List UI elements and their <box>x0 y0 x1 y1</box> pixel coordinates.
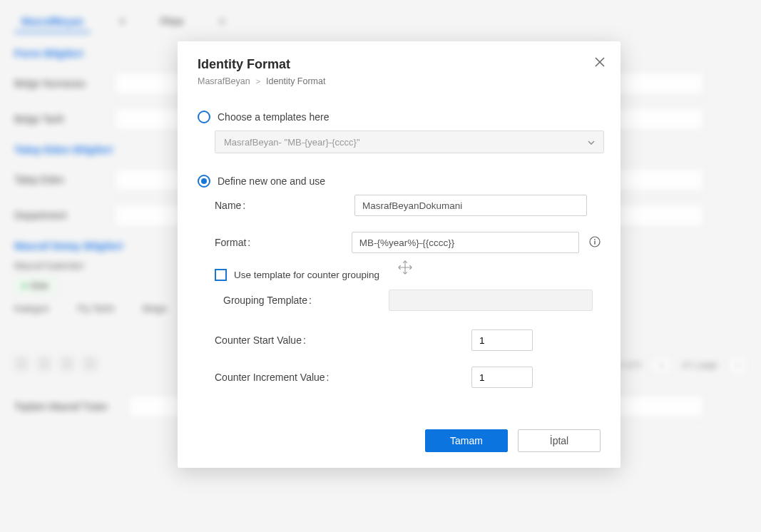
label-counter-start: Counter Start Value: <box>215 334 471 346</box>
label-name: Name: <box>215 200 352 211</box>
breadcrumb: MasrafBeyan > Identity Format <box>198 76 601 86</box>
radio-define-new[interactable] <box>198 175 210 188</box>
bg-tab-close-icon: × <box>112 11 132 33</box>
template-select-value: MasrafBeyan- "MB-{year}-{cccc}" <box>224 137 360 148</box>
grouping-template-input <box>389 290 593 311</box>
label-grouping-template: Grouping Template: <box>223 295 389 306</box>
bg-tab-2: Flow <box>153 11 190 33</box>
dialog-title: Identity Format <box>198 57 601 72</box>
identity-format-dialog: Identity Format MasrafBeyan > Identity F… <box>178 41 620 468</box>
checkbox-use-template-grouping-label: Use template for counter grouping <box>234 270 379 280</box>
radio-define-new-label: Define new one and use <box>218 175 325 187</box>
radio-choose-template[interactable] <box>198 111 210 123</box>
cancel-button[interactable]: İptal <box>518 429 601 452</box>
counter-increment-input[interactable] <box>471 367 533 388</box>
format-input[interactable] <box>352 232 579 253</box>
ok-button[interactable]: Tamam <box>425 429 508 452</box>
chevron-right-icon: > <box>256 77 260 86</box>
name-input[interactable] <box>354 195 587 216</box>
info-icon[interactable] <box>589 236 601 250</box>
template-select[interactable]: MasrafBeyan- "MB-{year}-{cccc}" <box>215 131 604 153</box>
label-format: Format: <box>215 237 349 248</box>
bg-tab-close-icon-2: × <box>212 11 232 33</box>
chevron-down-icon <box>588 137 595 147</box>
svg-rect-2 <box>594 240 595 244</box>
radio-choose-template-label: Choose a templates here <box>218 111 329 123</box>
close-icon[interactable] <box>595 57 605 69</box>
breadcrumb-root[interactable]: MasrafBeyan <box>198 76 250 86</box>
breadcrumb-current: Identity Format <box>266 76 325 86</box>
checkbox-use-template-grouping[interactable] <box>215 269 227 281</box>
bg-tab-active: MasrafBeyan <box>14 11 91 33</box>
svg-point-1 <box>594 238 596 240</box>
label-counter-increment: Counter Increment Value: <box>215 372 471 383</box>
counter-start-input[interactable] <box>471 329 533 351</box>
